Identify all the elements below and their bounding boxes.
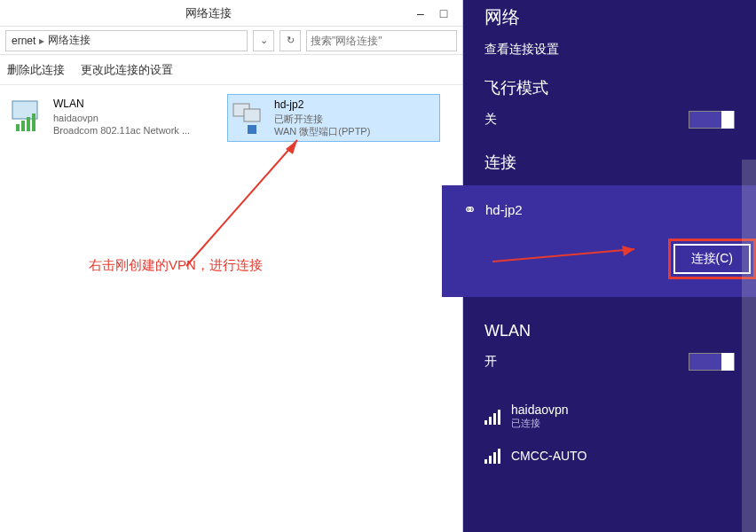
connection-adapter: Broadcom 802.11ac Network ... <box>53 124 190 137</box>
chevron-right-icon: ▸ <box>39 35 44 47</box>
search-input[interactable] <box>311 35 453 47</box>
toggle-knob <box>721 353 734 371</box>
svg-rect-4 <box>32 113 35 131</box>
vpn-connection-panel[interactable]: ⚭ hd-jp2 连接(C) <box>442 185 756 297</box>
svg-rect-3 <box>27 117 30 131</box>
refresh-button[interactable]: ↻ <box>280 30 301 51</box>
address-bar: ernet ▸ 网络连接 ⌄ ↻ <box>0 27 462 55</box>
vpn-link-icon: ⚭ <box>463 200 476 219</box>
panel-title: 网络 <box>484 0 735 42</box>
connections-section-label: 连接 <box>484 152 735 173</box>
network-charm-panel: 网络 查看连接设置 飞行模式 关 连接 ⚭ hd-jp2 连接(C) WLAN … <box>463 0 756 532</box>
window-title: 网络连接 <box>7 5 409 21</box>
dropdown-button[interactable]: ⌄ <box>253 30 274 51</box>
wifi-name: CMCC-AUTO <box>511 449 587 463</box>
airplane-toggle[interactable] <box>689 111 735 129</box>
delete-connection-button[interactable]: 删除此连接 <box>7 62 65 78</box>
vpn-name: hd-jp2 <box>485 202 523 217</box>
connect-button[interactable]: 连接(C) <box>673 244 751 274</box>
minimize-button[interactable]: – <box>409 6 432 20</box>
connection-type: WAN 微型端口(PPTP) <box>274 125 370 137</box>
wlan-state: 开 <box>484 354 497 370</box>
wifi-signal-icon <box>484 448 500 464</box>
breadcrumb-part: ernet <box>12 35 35 47</box>
breadcrumb-part: 网络连接 <box>48 33 91 48</box>
airplane-mode-label: 飞行模式 <box>484 77 735 98</box>
toggle-knob <box>721 111 734 129</box>
svg-rect-2 <box>21 121 25 131</box>
airplane-state: 关 <box>484 112 497 128</box>
wlan-toggle[interactable] <box>689 353 735 371</box>
annotation-text: 右击刚创建的VPN，进行连接 <box>89 257 263 274</box>
title-bar: 网络连接 – □ <box>0 0 462 27</box>
wlan-section-label: WLAN <box>484 322 735 340</box>
connection-status: 已断开连接 <box>274 113 370 125</box>
connection-item-wlan[interactable]: WLAN haidaovpn Broadcom 802.11ac Network… <box>7 94 220 140</box>
connection-name: WLAN <box>53 98 190 112</box>
toolbar: 删除此连接 更改此连接的设置 <box>0 55 462 85</box>
connection-name: hd-jp2 <box>274 98 370 113</box>
svg-rect-7 <box>248 125 256 134</box>
wifi-item[interactable]: CMCC-AUTO <box>484 439 735 473</box>
view-connection-settings-link[interactable]: 查看连接设置 <box>484 42 735 58</box>
wlan-icon <box>11 98 48 135</box>
scrollbar[interactable] <box>742 160 756 532</box>
breadcrumb[interactable]: ernet ▸ 网络连接 <box>5 30 248 51</box>
svg-rect-1 <box>16 124 20 131</box>
connection-item-vpn[interactable]: hd-jp2 已断开连接 WAN 微型端口(PPTP) <box>227 94 440 142</box>
connections-list: WLAN haidaovpn Broadcom 802.11ac Network… <box>0 85 462 151</box>
wifi-signal-icon <box>484 409 500 425</box>
connection-ssid: haidaovpn <box>53 112 190 124</box>
wifi-item[interactable]: haidaovpn 已连接 <box>484 394 735 439</box>
wifi-name: haidaovpn <box>511 403 569 417</box>
change-settings-button[interactable]: 更改此连接的设置 <box>81 62 173 78</box>
svg-rect-6 <box>244 109 260 121</box>
maximize-button[interactable]: □ <box>432 6 455 20</box>
wifi-status: 已连接 <box>511 417 569 430</box>
vpn-icon <box>232 98 269 136</box>
search-box[interactable] <box>306 30 457 51</box>
